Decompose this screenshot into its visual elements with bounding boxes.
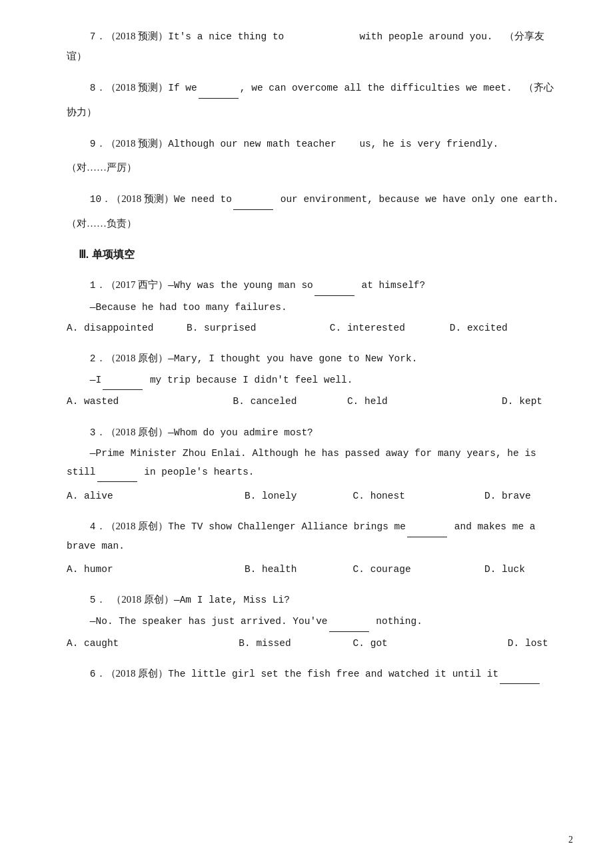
- q1-line2: —Because he had too many failures.: [67, 299, 560, 317]
- q3-options: A. alive B. lonely C. honest D. brave: [67, 487, 560, 505]
- q4-options: A. humor B. health C. courage D. luck: [67, 561, 560, 578]
- q1-opt-b: B. surprised: [187, 319, 306, 337]
- q5-line2: —No. The speaker has just arrived. You'v…: [67, 613, 560, 632]
- mc-question-4: 4．（2018 原创）The TV show Challenger Allian…: [67, 517, 560, 578]
- mc-question-1: 1．（2017 西宁）—Why was the young man so at …: [67, 275, 560, 337]
- q2-line2: —I my trip because I didn't feel well.: [67, 371, 560, 391]
- q3-line2: —Prime Minister Zhou Enlai. Although he …: [67, 445, 560, 482]
- q1-line1: 1．（2017 西宁）—Why was the young man so at …: [67, 275, 560, 296]
- q5-options: A. caught B. missed C. got D. lost: [67, 635, 560, 652]
- fill-item-8: 8．（2018 预测）If we , we can overcome all t…: [67, 78, 560, 122]
- blank-10: [233, 191, 273, 210]
- blank-q5: [329, 613, 369, 632]
- question-8-hint2: 协力）: [67, 103, 560, 123]
- q2-line1: 2．（2018 原创）—Mary, I thought you have gon…: [67, 349, 560, 369]
- blank-8: [199, 79, 239, 99]
- q2-opt-b: B. canceled: [187, 393, 306, 410]
- fill-item-10: 10．（2018 预测）We need to our environment, …: [67, 189, 560, 233]
- mc-question-6: 6．（2018 原创）The little girl set the fish …: [67, 664, 560, 685]
- q4-opt-d: D. luck: [426, 561, 546, 578]
- page-number: 2: [568, 831, 573, 848]
- q5-opt-b: B. missed: [187, 635, 306, 652]
- q5-opt-c: C. got: [306, 635, 426, 652]
- q2-options: A. wasted B. canceled C. held D. kept: [67, 393, 560, 410]
- q3-line1: 3．（2018 原创）—Whom do you admire most?: [67, 423, 560, 443]
- fill-item-9: 9．（2018 预测）Although our new math teacher…: [67, 134, 560, 177]
- blank-q1: [314, 277, 354, 296]
- q5-line1: 5． （2018 原创）—Am I late, Miss Li?: [67, 590, 560, 610]
- q1-opt-c: C. interested: [306, 319, 426, 337]
- mc-question-3: 3．（2018 原创）—Whom do you admire most? —Pr…: [67, 423, 560, 505]
- q4-opt-b: B. health: [187, 561, 306, 578]
- q1-opt-a: A. disappointed: [67, 319, 187, 337]
- mc-question-2: 2．（2018 原创）—Mary, I thought you have gon…: [67, 349, 560, 410]
- mc-question-5: 5． （2018 原创）—Am I late, Miss Li? —No. Th…: [67, 590, 560, 651]
- fill-item-7: 7．（2018 预测）It's a nice thing to with peo…: [67, 27, 560, 66]
- q6-text: 6．（2018 原创）The little girl set the fish …: [67, 664, 560, 685]
- question-8-text: 8．（2018 预测）If we , we can overcome all t…: [67, 78, 560, 99]
- question-10-hint: （对……负责）: [67, 214, 560, 234]
- q3-opt-d: D. brave: [426, 487, 546, 505]
- question-7-text: 7．（2018 预测）It's a nice thing to with peo…: [67, 27, 560, 66]
- q5-opt-d: D. lost: [426, 635, 548, 652]
- question-9-hint: （对……严厉）: [67, 158, 560, 178]
- blank-q2: [103, 371, 143, 391]
- q4-opt-c: C. courage: [306, 561, 426, 578]
- blank-q4: [407, 518, 447, 537]
- q3-opt-a: A. alive: [67, 487, 187, 505]
- section-iii-header: Ⅲ. 单项填空: [67, 245, 560, 265]
- q2-opt-d: D. kept: [426, 393, 546, 410]
- q3-opt-c: C. honest: [306, 487, 426, 505]
- q1-opt-d: D. excited: [426, 319, 546, 337]
- question-10-text: 10．（2018 预测）We need to our environment, …: [67, 189, 560, 210]
- q4-text: 4．（2018 原创）The TV show Challenger Allian…: [67, 517, 560, 555]
- blank-q3: [97, 463, 137, 483]
- q1-options: A. disappointed B. surprised C. interest…: [67, 319, 560, 337]
- q5-opt-a: A. caught: [67, 635, 187, 652]
- q2-opt-a: A. wasted: [67, 393, 187, 410]
- q3-opt-b: B. lonely: [187, 487, 306, 505]
- q2-opt-c: C. held: [306, 393, 426, 410]
- blank-q6: [500, 665, 540, 685]
- q4-opt-a: A. humor: [67, 561, 187, 578]
- question-9-text: 9．（2018 预测）Although our new math teacher…: [67, 134, 560, 154]
